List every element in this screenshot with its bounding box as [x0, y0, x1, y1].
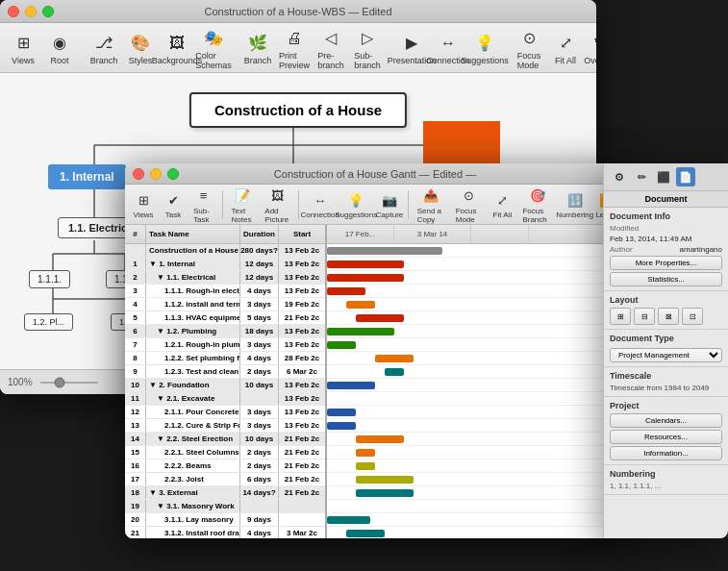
gantt-btn-focusbranch[interactable]: 🎯 Focus Branch: [517, 185, 557, 225]
wbs-maximize-button[interactable]: [42, 6, 54, 17]
gantt-table-row[interactable]: 172.2.3. Joist6 days21 Feb 2c: [125, 473, 325, 486]
gantt-table-row[interactable]: 91.2.3. Test and clean2 days6 Mar 2c: [125, 365, 325, 379]
gantt-table-row[interactable]: 18▼ 3. External14 days?21 Feb 2c: [125, 486, 325, 500]
gantt-window-controls: [133, 168, 179, 180]
gantt-btn-focusmode[interactable]: ⊙ Focus Mode: [451, 185, 488, 225]
gantt-bar[interactable]: [327, 328, 394, 335]
wbs-toolbar-overview[interactable]: 🗺 Overview: [585, 29, 596, 67]
wbs-toolbar-branch2[interactable]: 🌿 Branch: [240, 29, 275, 67]
wbs-toolbar-suggestions[interactable]: 💡 Suggestions: [467, 29, 502, 67]
inspector-resources-button[interactable]: Resources...: [610, 430, 722, 444]
gantt-btn-task[interactable]: ✔ Task: [159, 188, 188, 220]
gantt-table-row[interactable]: 213.1.2. Install roof drains4 days3 Mar …: [125, 527, 325, 538]
layout-icon-2[interactable]: ⊟: [634, 308, 655, 325]
gantt-bar[interactable]: [327, 247, 442, 255]
gantt-table-row[interactable]: 122.1.1. Pour Concrete3 days13 Feb 2c: [125, 406, 325, 419]
gantt-bar[interactable]: [327, 274, 404, 282]
wbs-toolbar-print[interactable]: 🖨 Print Preview: [277, 24, 312, 72]
gantt-btn-connection[interactable]: ↔ Connection: [303, 188, 337, 220]
layout-icon-1[interactable]: ⊞: [610, 308, 631, 325]
gantt-table-row[interactable]: 19▼ 3.1. Masonry Work: [125, 500, 325, 513]
gantt-btn-sendcopy[interactable]: 📤 Send a Copy: [413, 185, 450, 225]
gantt-bar[interactable]: [385, 368, 404, 376]
gantt-table-row[interactable]: 152.2.1. Steel Columns2 days21 Feb 2c: [125, 446, 325, 459]
gantt-btn-subtask[interactable]: ≡ Sub-Task: [188, 185, 218, 225]
gantt-bar[interactable]: [375, 355, 414, 362]
gantt-bar[interactable]: [356, 449, 375, 457]
inspector-moreprops-button[interactable]: More Properties...: [610, 256, 722, 270]
gantt-table-row[interactable]: 132.1.2. Cure & Strip Forms3 days13 Feb …: [125, 419, 325, 433]
gantt-maximize-button[interactable]: [167, 168, 179, 180]
gantt-table-row[interactable]: 203.1.1. Lay masonry9 days: [125, 513, 325, 527]
gantt-bar[interactable]: [356, 462, 375, 470]
gantt-btn-views[interactable]: ⊞ Views: [129, 188, 158, 220]
wbs-node-l3a[interactable]: 1.1.1.: [29, 270, 70, 288]
gantt-bar[interactable]: [327, 261, 404, 268]
gantt-btn-addpicture[interactable]: 🖼 Add Picture: [260, 185, 294, 225]
wbs-zoom-slider[interactable]: [40, 377, 98, 388]
inspector-calendars-button[interactable]: Calendars...: [610, 413, 722, 428]
gantt-bar[interactable]: [356, 489, 414, 497]
wbs-toolbar-colorschemas[interactable]: 🎭 Color Schemas: [196, 24, 231, 72]
gantt-table-row[interactable]: Construction of a House280 days?13 Feb 2…: [125, 244, 325, 258]
gantt-col-task-header: Task Name: [146, 225, 240, 243]
gantt-bar[interactable]: [356, 476, 414, 484]
gantt-table-row[interactable]: 162.2.2. Beams2 days21 Feb 2c: [125, 459, 325, 473]
wbs-toolbar-backgrounds[interactable]: 🖼 Backgrounds: [160, 29, 194, 67]
inspector-doctype: Document Type Project Management: [604, 330, 728, 367]
gantt-bar[interactable]: [327, 341, 356, 349]
wbs-node-internal[interactable]: 1. Internal: [48, 164, 126, 189]
gantt-table-row[interactable]: 51.1.3. HVAC equipment5 days21 Feb 2c: [125, 311, 325, 325]
inspector-doctype-select[interactable]: Project Management: [610, 348, 722, 362]
wbs-toolbar-presentation[interactable]: ▶ Presentation: [394, 29, 429, 67]
wbs-toolbar-root[interactable]: ◉ Root: [42, 29, 77, 67]
gantt-row-id: 19: [125, 500, 146, 512]
inspector-icon-2[interactable]: ✏: [632, 167, 651, 186]
gantt-btn-numbering[interactable]: 🔢 Numbering: [558, 188, 591, 220]
inspector-icon-doc[interactable]: 📄: [676, 167, 695, 186]
gantt-bar[interactable]: [356, 314, 404, 322]
gantt-close-button[interactable]: [133, 168, 144, 180]
wbs-toolbar-prebranch[interactable]: ◁ Pre-branch: [314, 24, 348, 72]
gantt-table-row[interactable]: 11▼ 2.1. Excavate13 Feb 2c: [125, 392, 325, 406]
layout-icon-4[interactable]: ⊡: [682, 308, 703, 325]
gantt-subtask-label: Sub-Task: [193, 207, 213, 224]
gantt-table-row[interactable]: 2▼ 1.1. Electrical12 days13 Feb 2c: [125, 271, 325, 285]
gantt-bar[interactable]: [356, 435, 404, 443]
gantt-table-row[interactable]: 1▼ 1. Internal12 days13 Feb 2c: [125, 258, 325, 271]
wbs-toolbar-views[interactable]: ⊞ Views: [6, 29, 40, 67]
gantt-table-row[interactable]: 31.1.1. Rough-in electrical4 days13 Feb …: [125, 285, 325, 298]
wbs-toolbar-branch[interactable]: ⎇ Branch: [87, 29, 121, 67]
wbs-toolbar-fitall[interactable]: ⤢ Fit All: [548, 29, 583, 67]
gantt-bar[interactable]: [327, 382, 375, 389]
gantt-table-row[interactable]: 71.2.1. Rough-in plumbing3 days13 Feb 2c: [125, 338, 325, 352]
inspector-information-button[interactable]: Information...: [610, 446, 722, 460]
gantt-table-row[interactable]: 81.2.2. Set plumbing fixt...4 days28 Feb…: [125, 352, 325, 365]
gantt-bar[interactable]: [327, 516, 370, 524]
inspector-icon-3[interactable]: ⬛: [654, 167, 673, 186]
layout-icon-3[interactable]: ⊠: [658, 308, 679, 325]
gantt-table-row[interactable]: 41.1.2. install and termin...3 days19 Fe…: [125, 298, 325, 311]
wbs-toolbar-focusmode[interactable]: ⊙ Focus Mode: [512, 24, 546, 72]
gantt-table-row[interactable]: 14▼ 2.2. Steel Erection10 days21 Feb 2c: [125, 433, 325, 446]
gantt-bar[interactable]: [327, 287, 365, 295]
gantt-table-row[interactable]: 6▼ 1.2. Plumbing18 days13 Feb 2c: [125, 325, 325, 338]
wbs-close-button[interactable]: [8, 6, 19, 17]
gantt-bar[interactable]: [346, 301, 375, 309]
wbs-root-node[interactable]: Construction of a House: [189, 92, 407, 128]
gantt-btn-suggestions[interactable]: 💡 Suggestions: [338, 188, 374, 220]
gantt-bar[interactable]: [327, 422, 356, 430]
gantt-btn-fitall[interactable]: ⤢ Fit All: [488, 188, 516, 220]
gantt-btn-textnotes[interactable]: 📝 Text Notes: [227, 185, 260, 225]
wbs-toolbar-subbranch[interactable]: ▷ Sub-branch: [350, 24, 385, 72]
inspector-stats-button[interactable]: Statistics...: [610, 272, 722, 286]
presentation-icon: ▶: [399, 31, 424, 56]
inspector-icon-1[interactable]: ⚙: [610, 167, 629, 186]
gantt-table-row[interactable]: 10▼ 2. Foundation10 days13 Feb 2c: [125, 379, 325, 392]
gantt-bar[interactable]: [327, 409, 356, 416]
gantt-bar[interactable]: [346, 530, 385, 537]
gantt-btn-capture[interactable]: 📷 Capture: [375, 188, 404, 220]
gantt-minimize-button[interactable]: [150, 168, 162, 180]
wbs-minimize-button[interactable]: [25, 6, 37, 17]
wbs-node-l3c[interactable]: 1.2. Pl...: [24, 313, 73, 331]
